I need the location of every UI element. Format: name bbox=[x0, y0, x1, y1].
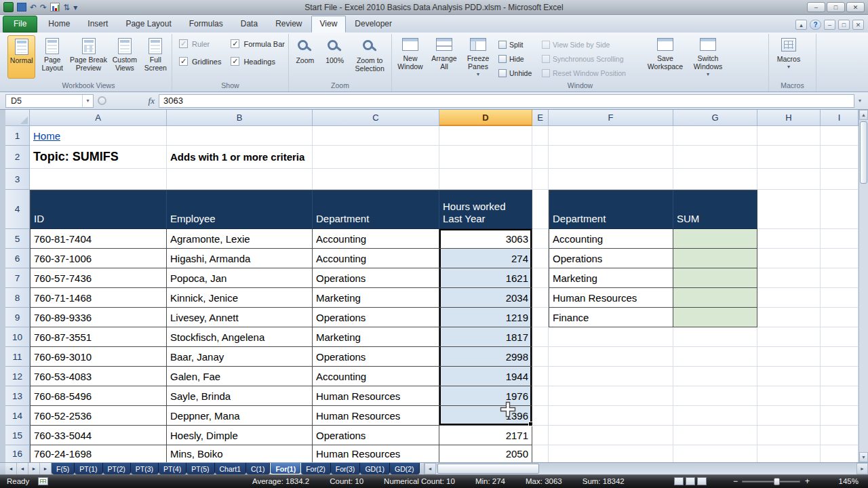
cell-H11[interactable] bbox=[757, 347, 821, 367]
cell-H12[interactable] bbox=[757, 367, 821, 386]
cell-H14[interactable] bbox=[757, 406, 821, 426]
zoom-100-button[interactable]: 100% bbox=[321, 35, 349, 79]
cell-E4[interactable] bbox=[532, 190, 549, 229]
ribbon-tab-formulas[interactable]: Formulas bbox=[180, 16, 232, 33]
ribbon-tab-page-layout[interactable]: Page Layout bbox=[117, 16, 180, 33]
row-header-1[interactable]: 1 bbox=[5, 126, 30, 146]
row-header-14[interactable]: 14 bbox=[5, 406, 30, 426]
sort-icon[interactable]: ⇅ bbox=[63, 3, 70, 12]
sheet-tab-f5[interactable]: F(5) bbox=[52, 463, 75, 474]
cell-I8[interactable] bbox=[821, 288, 859, 308]
ribbon-tab-review[interactable]: Review bbox=[267, 16, 311, 33]
column-header-D[interactable]: D bbox=[439, 110, 532, 126]
row-header-8[interactable]: 8 bbox=[5, 288, 30, 308]
cell-G8[interactable] bbox=[673, 288, 757, 308]
cell-A9[interactable]: 760-89-9336 bbox=[30, 308, 167, 327]
cell-D15[interactable]: 2171 bbox=[439, 426, 532, 445]
chart-icon[interactable] bbox=[50, 3, 60, 12]
row-header-10[interactable]: 10 bbox=[5, 327, 30, 347]
cell-I1[interactable] bbox=[821, 126, 859, 146]
cell-I13[interactable] bbox=[821, 386, 859, 406]
cell-E14[interactable] bbox=[532, 406, 549, 426]
cell-I4[interactable] bbox=[821, 190, 859, 229]
ribbon-tab-file[interactable]: File bbox=[3, 16, 37, 33]
switch-windows-button[interactable]: Switch Windows ▾ bbox=[688, 35, 728, 79]
sheet-tab-pt5[interactable]: PT(5) bbox=[186, 463, 214, 474]
cell-A15[interactable]: 760-33-5044 bbox=[30, 426, 167, 445]
column-header-E[interactable]: E bbox=[532, 110, 549, 126]
cell-G10[interactable] bbox=[673, 327, 757, 347]
cell-C2[interactable] bbox=[313, 146, 439, 169]
cell-G4[interactable]: SUM bbox=[673, 190, 757, 229]
cell-G5[interactable] bbox=[673, 229, 757, 249]
row-header-6[interactable]: 6 bbox=[5, 249, 30, 268]
cell-C11[interactable]: Operations bbox=[313, 347, 439, 367]
cell-F1[interactable] bbox=[549, 126, 673, 146]
cell-E16[interactable] bbox=[532, 445, 549, 462]
name-box[interactable]: D5 ▾ bbox=[5, 94, 94, 108]
zoom-slider-thumb[interactable] bbox=[774, 478, 780, 485]
sheet-tab-pt1[interactable]: PT(1) bbox=[75, 463, 102, 474]
cell-I9[interactable] bbox=[821, 308, 859, 327]
sheet-nav-next-icon[interactable]: ► bbox=[28, 463, 40, 474]
cell-G13[interactable] bbox=[673, 386, 757, 406]
cell-C14[interactable]: Human Resources bbox=[313, 406, 439, 426]
formula-bar-expand-icon[interactable]: ▾ bbox=[854, 98, 865, 104]
vertical-scroll-thumb[interactable] bbox=[860, 121, 867, 184]
cell-H3[interactable] bbox=[757, 169, 821, 190]
scroll-left-icon[interactable]: ◄ bbox=[425, 463, 436, 474]
maximize-button[interactable]: □ bbox=[827, 2, 845, 12]
cell-G9[interactable] bbox=[673, 308, 757, 327]
cell-D1[interactable] bbox=[439, 126, 532, 146]
cell-H13[interactable] bbox=[757, 386, 821, 406]
cell-H6[interactable] bbox=[757, 249, 821, 268]
workbook-close-icon[interactable]: ✕ bbox=[852, 20, 864, 30]
cell-F6[interactable]: Operations bbox=[549, 249, 673, 268]
redo-icon[interactable]: ↷ bbox=[40, 3, 47, 12]
cell-A10[interactable]: 760-87-3551 bbox=[30, 327, 167, 347]
column-header-B[interactable]: B bbox=[167, 110, 313, 126]
ruler-checkbox[interactable]: ✓ Ruler bbox=[179, 39, 221, 48]
cell-I6[interactable] bbox=[821, 249, 859, 268]
cell-E1[interactable] bbox=[532, 126, 549, 146]
formula-bar-checkbox[interactable]: ✓ Formula Bar bbox=[231, 39, 285, 48]
cell-F10[interactable] bbox=[549, 327, 673, 347]
cell-A14[interactable]: 760-52-2536 bbox=[30, 406, 167, 426]
cell-I7[interactable] bbox=[821, 268, 859, 288]
gridlines-checkbox[interactable]: ✓ Gridlines bbox=[179, 57, 221, 66]
close-button[interactable]: ✕ bbox=[846, 2, 865, 12]
sheet-tab-for2[interactable]: For(2) bbox=[301, 463, 331, 474]
cell-D4[interactable]: Hours worked Last Year bbox=[439, 190, 532, 229]
cell-F14[interactable] bbox=[549, 406, 673, 426]
cell-A13[interactable]: 760-68-5496 bbox=[30, 386, 167, 406]
cell-D12[interactable]: 1944 bbox=[439, 367, 532, 386]
cell-B11[interactable]: Baar, Janay bbox=[167, 347, 313, 367]
unhide-button[interactable]: Unhide bbox=[496, 66, 538, 80]
cell-D14[interactable]: 1396 bbox=[439, 406, 532, 426]
cell-E9[interactable] bbox=[532, 308, 549, 327]
cell-F7[interactable]: Marketing bbox=[549, 268, 673, 288]
freeze-panes-button[interactable]: Freeze Panes ▾ bbox=[462, 35, 494, 79]
sheet-tab-c1[interactable]: C(1) bbox=[246, 463, 270, 474]
cell-B13[interactable]: Sayle, Brinda bbox=[167, 386, 313, 406]
cell-C7[interactable]: Operations bbox=[313, 268, 439, 288]
sheet-tab-for1[interactable]: For(1) bbox=[270, 463, 301, 474]
arrange-all-button[interactable]: Arrange All bbox=[428, 35, 460, 79]
cell-D7[interactable]: 1621 bbox=[439, 268, 532, 288]
custom-views-button[interactable]: Custom Views bbox=[109, 35, 140, 79]
save-workspace-button[interactable]: Save Workspace bbox=[644, 35, 687, 79]
scroll-down-icon[interactable]: ▼ bbox=[859, 452, 868, 462]
new-window-button[interactable]: New Window bbox=[394, 35, 427, 79]
cell-C13[interactable]: Human Resources bbox=[313, 386, 439, 406]
cell-A3[interactable] bbox=[30, 169, 167, 190]
cell-A5[interactable]: 760-81-7404 bbox=[30, 229, 167, 249]
view-side-by-side-button[interactable]: View Side by Side bbox=[539, 37, 642, 52]
ribbon-tab-view[interactable]: View bbox=[311, 16, 347, 33]
cell-C1[interactable] bbox=[313, 126, 439, 146]
cell-D6[interactable]: 274 bbox=[439, 249, 532, 268]
cell-D8[interactable]: 2034 bbox=[439, 288, 532, 308]
cell-G1[interactable] bbox=[673, 126, 757, 146]
headings-checkbox[interactable]: ✓ Headings bbox=[231, 57, 285, 66]
cell-B2[interactable]: Adds with 1 or more criteria bbox=[167, 146, 313, 169]
cell-I10[interactable] bbox=[821, 327, 859, 347]
